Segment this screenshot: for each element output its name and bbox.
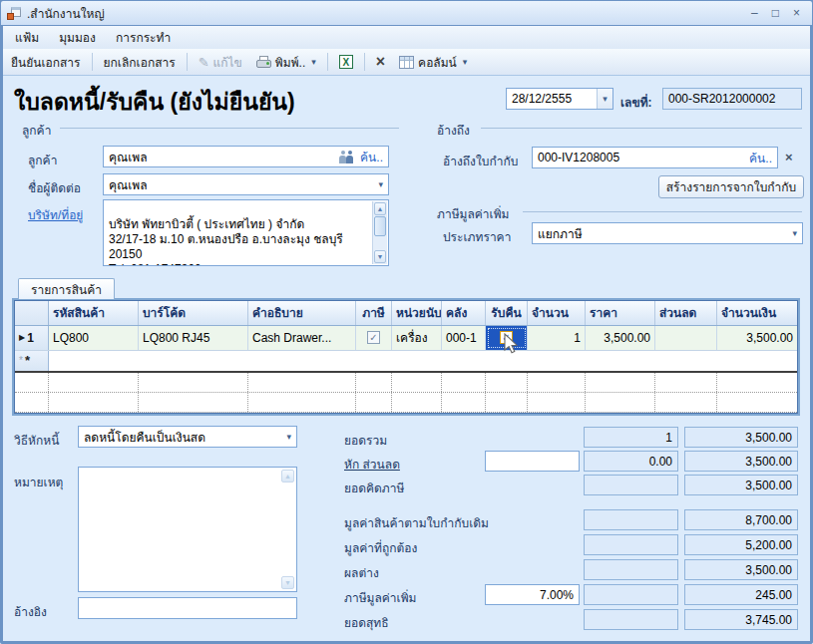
current-row-icon: ▶ (19, 333, 25, 342)
chevron-down-icon: ▾ (311, 57, 316, 67)
discount-input[interactable] (485, 451, 580, 472)
deduct-method-combobox[interactable]: ลดหนี้โดยคืนเป็นเงินสด ▾ (78, 426, 297, 448)
chevron-down-icon[interactable]: ▾ (286, 432, 291, 442)
col-header-price[interactable]: ราคา (586, 301, 655, 325)
scroll-up-icon[interactable]: ▲ (374, 202, 386, 215)
app-window: .สำนักงานใหญ่ – □ × แฟ้ม มุมมอง การกระทำ… (0, 0, 813, 644)
confirm-document-button[interactable]: ยืนยันเอกสาร (5, 50, 87, 75)
cancel-document-button[interactable]: ยกเลิกเอกสาร (98, 50, 182, 75)
customer-lookup-icon[interactable] (338, 151, 355, 163)
vat-amount-field: 245.00 (684, 584, 798, 605)
after-discount-field: 3,500.00 (684, 451, 798, 472)
col-header-vat[interactable]: ภาษี (356, 301, 392, 325)
col-header-amount[interactable]: จำนวนเงิน (717, 301, 797, 325)
customer-group-label: ลูกค้า (22, 121, 57, 140)
col-header-discount[interactable]: ส่วนลด (655, 301, 717, 325)
taxable-label: ยอดคิดภาษี (344, 479, 404, 497)
contact-combobox[interactable]: คุณเพล ▾ (103, 173, 389, 195)
toolbar-separator (187, 53, 188, 71)
document-date-picker[interactable]: 28/12/2555 ▾ (506, 88, 613, 110)
ref-invoice-label: อ้างถึงใบกำกับ (443, 152, 518, 170)
vat-checkbox-checked[interactable]: ✓ (367, 331, 380, 344)
chevron-down-icon: ▾ (463, 57, 468, 67)
scroll-up-icon[interactable]: ▲ (281, 470, 294, 483)
cell-description[interactable]: Cash Drawer... (248, 326, 356, 350)
address-textarea[interactable]: บริษัท พัทยาบิวตี้ ( ประเทศไทย ) จำกัด 3… (103, 199, 389, 266)
col-header-return[interactable]: รับคืน (486, 301, 528, 325)
cell-code[interactable]: LQ800 (49, 326, 139, 350)
net-total-label: ยอดสุทธิ (344, 613, 389, 632)
document-date-value: 28/12/2555 (512, 92, 572, 106)
remark-scrollbar[interactable]: ▲ ▼ (280, 469, 295, 590)
cell-unit[interactable]: เครื่อง (392, 326, 442, 350)
col-header-qty[interactable]: จำนวน (528, 301, 586, 325)
net-empty-field (584, 609, 678, 630)
group-divider (60, 128, 399, 129)
edit-pencil-icon: ✎ (199, 55, 209, 70)
vat-group-label: ภาษีมูลค่าเพิ่ม (437, 204, 516, 223)
toolbar-separator (364, 53, 365, 71)
chevron-down-icon[interactable]: ▾ (597, 89, 612, 109)
cell-barcode[interactable]: LQ800 RJ45 (139, 326, 248, 350)
doc-no-field: 000-SR2012000002 (662, 88, 802, 110)
cell-qty[interactable]: 1 (528, 326, 586, 350)
remark-textarea[interactable]: ▲ ▼ (78, 467, 297, 592)
print-button[interactable]: พิมพ์.. ▾ (250, 50, 322, 75)
ref-invoice-field[interactable]: 000-IV1208005 ค้น.. (532, 147, 778, 168)
cell-price[interactable]: 3,500.00 (586, 326, 655, 350)
customer-value: คุณเพล (109, 148, 148, 166)
row-number: 1 (27, 331, 34, 345)
contact-label: ชื่อผู้ติดต่อ (28, 178, 81, 197)
cell-amount[interactable]: 3,500.00 (717, 326, 797, 350)
menu-view[interactable]: มุมมอง (51, 26, 104, 49)
address-scrollbar[interactable]: ▲ ▼ (372, 201, 387, 264)
create-from-invoice-button[interactable]: สร้างรายการจากใบกำกับ (658, 175, 804, 198)
delete-button[interactable]: × (370, 51, 391, 73)
scrollbar-thumb[interactable] (374, 216, 386, 236)
customer-search-link[interactable]: ค้น.. (360, 148, 383, 166)
chevron-down-icon[interactable]: ▾ (792, 228, 797, 238)
group-divider (523, 211, 802, 212)
reference-no-field[interactable] (78, 597, 297, 619)
chevron-down-icon[interactable]: ▾ (378, 179, 383, 189)
total-amount-field: 3,500.00 (684, 427, 798, 448)
export-excel-button[interactable]: X (333, 52, 359, 72)
col-header-code[interactable]: รหัสสินค้า (49, 301, 139, 325)
menu-action[interactable]: การกระทำ (108, 26, 179, 49)
company-address-link[interactable]: บริษัท/ที่อยู่ (28, 205, 83, 224)
ref-invoice-search-link[interactable]: ค้น.. (749, 149, 772, 167)
customer-field[interactable]: คุณเพล ค้น.. (103, 146, 389, 167)
vat-rate-input[interactable]: 7.00% (485, 584, 580, 605)
table-row: ▶ 1 LQ800 LQ800 RJ45 Cash Drawer... ✓ เค… (15, 326, 797, 351)
maximize-icon[interactable]: □ (772, 7, 779, 19)
col-header-barcode[interactable]: บาร์โค้ด (139, 301, 248, 325)
scroll-down-icon[interactable]: ▼ (374, 250, 386, 263)
menu-file[interactable]: แฟ้ม (7, 26, 47, 49)
address-value: บริษัท พัทยาบิวตี้ ( ประเทศไทย ) จำกัด 3… (109, 217, 343, 266)
grid-corner-cell (15, 301, 49, 325)
group-divider (481, 128, 802, 129)
original-value-label: มูลค่าสินค้าตามใบกำกับเดิม (344, 513, 489, 532)
col-header-unit[interactable]: หน่วยนับ (392, 301, 442, 325)
col-header-description[interactable]: คำอธิบาย (248, 301, 356, 325)
price-type-combobox[interactable]: แยกภาษี ▾ (532, 222, 803, 244)
cell-vat[interactable]: ✓ (356, 326, 392, 350)
empty-grid-row (15, 393, 797, 413)
row-header[interactable]: ▶ 1 (15, 326, 49, 350)
close-icon[interactable]: × (793, 7, 800, 19)
scroll-down-icon[interactable]: ▼ (281, 576, 294, 589)
cell-warehouse[interactable]: 000-1 (442, 326, 486, 350)
tab-items[interactable]: รายการสินค้า (18, 278, 115, 299)
col-header-warehouse[interactable]: คลัง (442, 301, 486, 325)
grid-header-row: รหัสสินค้า บาร์โค้ด คำอธิบาย ภาษี หน่วยน… (15, 301, 797, 326)
reference-group-label: อ้างถึง (437, 121, 476, 140)
cell-discount[interactable] (655, 326, 717, 350)
new-row[interactable]: * * (15, 351, 797, 371)
window-title: .สำนักงานใหญ่ (27, 4, 105, 23)
new-row-empty-cell[interactable] (49, 351, 797, 371)
columns-button[interactable]: คอลัมน์ ▾ (393, 50, 473, 75)
discount-link[interactable]: หัก ส่วนลด (344, 455, 400, 474)
minimize-icon[interactable]: – (751, 7, 758, 19)
correct-amount-field: 5,200.00 (684, 534, 798, 555)
clear-reference-icon[interactable]: × (785, 150, 793, 164)
